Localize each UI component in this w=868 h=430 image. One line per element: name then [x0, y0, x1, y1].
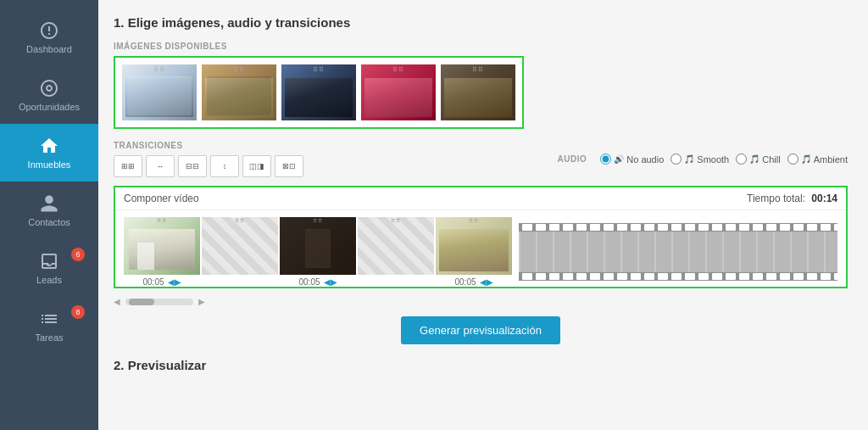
sidebar-item-leads[interactable]: Leads 6: [0, 239, 98, 297]
wave-icon-no-audio: 🔊: [614, 154, 624, 164]
audio-radio-smooth[interactable]: [670, 154, 682, 165]
image-thumb-1[interactable]: ⠿⠿: [122, 64, 197, 120]
sidebar: Dashboard Oportunidades Inmuebles Contac…: [0, 0, 98, 430]
drag-handle-1: ⠿⠿: [153, 66, 165, 74]
film-hole: [549, 224, 559, 231]
timeline-clip-2: ⠿⠿ 00:05 ◀▶: [280, 217, 356, 287]
timeline-clip-3: ⠿⠿: [358, 217, 434, 287]
image-thumb-5[interactable]: ⠿⠿: [441, 64, 515, 120]
timeline-clip-4: ⠿⠿ 00:05 ◀▶: [436, 217, 512, 287]
sidebar-item-oportunidades[interactable]: Oportunidades: [0, 66, 98, 124]
image-thumb-2[interactable]: ⠿⠿: [202, 64, 276, 120]
wave-icon-ambient: 🎵: [801, 154, 811, 164]
film-hole: [793, 224, 804, 231]
film-hole: [753, 273, 763, 280]
clip-drag-handle-0: ⠿⠿: [157, 218, 167, 225]
clip-thumb-4[interactable]: ⠿⠿: [436, 217, 512, 275]
generate-preview-button[interactable]: Generar previsualización: [401, 316, 560, 344]
audio-option-chill[interactable]: 🎵 Chill: [736, 154, 780, 165]
trans-btn-4[interactable]: ↕: [210, 155, 239, 177]
film-hole: [685, 224, 695, 231]
tareas-badge: 8: [71, 305, 85, 319]
trans-btn-6[interactable]: ⊠⊡: [275, 155, 303, 177]
audio-option-no-audio[interactable]: 🔊 No audio: [600, 154, 664, 165]
scroll-track[interactable]: [125, 299, 193, 305]
audio-radio-ambient[interactable]: [787, 154, 798, 165]
total-time: Tiempo total: 00:14: [747, 193, 837, 204]
film-holes-bottom: [519, 272, 837, 281]
audio-radio-no-audio[interactable]: [600, 154, 611, 165]
audio-label: AUDIO: [558, 154, 587, 164]
audio-label-chill: Chill: [762, 154, 780, 165]
film-hole: [712, 224, 722, 231]
film-hole: [766, 224, 776, 231]
film-hole: [617, 224, 627, 231]
audio-radio-chill[interactable]: [736, 154, 747, 165]
film-hole: [685, 273, 695, 280]
scroll-left-arrow[interactable]: ◀: [114, 297, 120, 306]
sidebar-item-inmuebles[interactable]: Inmuebles: [0, 124, 98, 181]
sidebar-item-contactos[interactable]: Contactos: [0, 181, 98, 239]
film-hole: [821, 224, 831, 231]
scroll-right-arrow[interactable]: ▶: [198, 297, 205, 306]
film-hole: [631, 224, 641, 231]
total-time-value: 00:14: [811, 193, 837, 204]
trans-btn-3[interactable]: ⊟⊟: [178, 155, 207, 177]
clip-thumb-2[interactable]: ⠿⠿: [280, 217, 356, 275]
scroll-thumb[interactable]: [129, 299, 154, 305]
clip-thumb-1[interactable]: ⠿⠿: [202, 217, 278, 275]
transitions-section: TRANSICIONES ⊞⊞ ↔ ⊟⊟ ↕ ◫◨ ⊠⊡: [114, 141, 541, 177]
image-thumb-3[interactable]: ⠿⠿: [281, 64, 356, 120]
audio-label-smooth: Smooth: [697, 154, 729, 165]
page-title: 1. Elige imágenes, audio y transiciones: [114, 15, 848, 30]
film-hole: [793, 273, 804, 280]
film-hole: [549, 273, 559, 280]
drag-handle-5: ⠿⠿: [472, 66, 484, 74]
trans-btn-2[interactable]: ↔: [146, 155, 175, 177]
transitions-audio-row: TRANSICIONES ⊞⊞ ↔ ⊟⊟ ↕ ◫◨ ⊠⊡ AUDIO 🔊 No …: [114, 141, 848, 177]
film-hole: [753, 224, 763, 231]
drag-handle-2: ⠿⠿: [233, 66, 245, 74]
trans-btn-1[interactable]: ⊞⊞: [114, 155, 142, 177]
film-middle: [519, 232, 837, 272]
clip-time-2: 00:05 ◀▶: [298, 277, 337, 287]
image-thumb-4[interactable]: ⠿⠿: [361, 64, 436, 120]
film-strip-area: [519, 217, 837, 287]
film-hole: [604, 273, 614, 280]
sidebar-item-dashboard[interactable]: Dashboard: [0, 8, 98, 66]
film-hole: [658, 224, 668, 231]
clip-arrow-0[interactable]: ◀▶: [168, 277, 181, 287]
clip-thumb-3[interactable]: ⠿⠿: [358, 217, 434, 275]
film-hole: [563, 224, 573, 231]
speedometer-icon: [39, 20, 59, 41]
composer-header: Componer vídeo Tiempo total: 00:14: [115, 187, 846, 210]
film-hole: [807, 273, 817, 280]
audio-label-no-audio: No audio: [626, 154, 664, 165]
film-hole: [780, 273, 790, 280]
film-hole: [536, 273, 546, 280]
film-hole: [780, 224, 790, 231]
sidebar-item-label: Tareas: [35, 332, 63, 343]
composer-timeline: ⠿⠿ 00:05 ◀▶ ⠿⠿ ⠿⠿: [115, 210, 846, 287]
audio-option-smooth[interactable]: 🎵 Smooth: [670, 154, 729, 165]
sidebar-item-label: Contactos: [28, 217, 70, 227]
film-hole: [576, 224, 587, 231]
film-hole: [644, 224, 654, 231]
leads-badge: 6: [71, 248, 85, 261]
sidebar-item-tareas[interactable]: Tareas 8: [0, 297, 98, 355]
film-hole: [766, 273, 776, 280]
film-hole: [739, 273, 749, 280]
film-strip: [519, 223, 837, 281]
sidebar-item-label: Dashboard: [26, 44, 72, 54]
clip-arrow-2[interactable]: ◀▶: [324, 277, 337, 287]
film-hole: [563, 273, 573, 280]
film-hole: [576, 273, 587, 280]
film-hole: [590, 273, 600, 280]
audio-option-ambient[interactable]: 🎵 Ambient: [787, 154, 848, 165]
trans-btn-5[interactable]: ◫◨: [242, 155, 271, 177]
home-icon: [39, 136, 59, 156]
clip-arrow-4[interactable]: ◀▶: [480, 277, 493, 287]
clip-drag-handle-3: ⠿⠿: [391, 218, 401, 225]
clip-thumb-0[interactable]: ⠿⠿: [124, 217, 200, 275]
film-hole: [712, 273, 722, 280]
